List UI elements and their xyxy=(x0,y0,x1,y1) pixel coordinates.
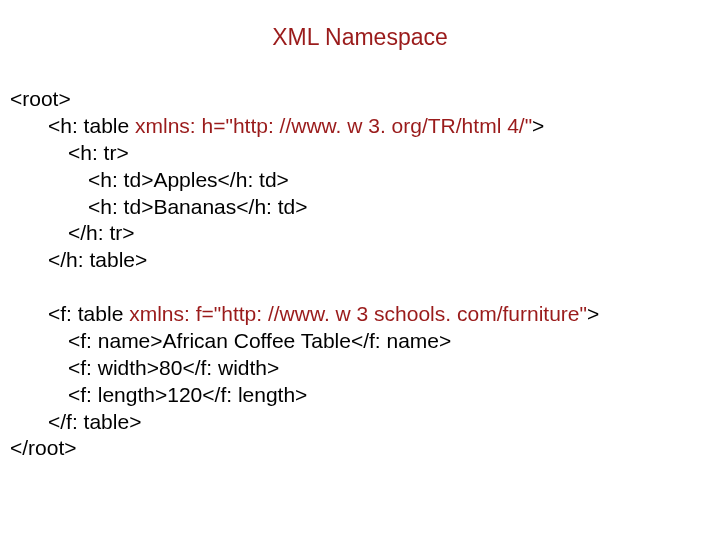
code-attr: xmlns: f="http: //www. w 3 schools. com/… xyxy=(129,302,587,325)
slide-title: XML Namespace xyxy=(0,24,720,51)
code-line: <root> xyxy=(10,87,71,110)
code-line: <h: tr> xyxy=(10,140,129,167)
code-text: <f: table xyxy=(48,302,129,325)
code-text: <h: table xyxy=(48,114,135,137)
code-line: <h: td>Apples</h: td> xyxy=(10,167,289,194)
xml-code-block: <root> <h: table xmlns: h="http: //www. … xyxy=(10,86,700,462)
code-line: </root> xyxy=(10,436,77,459)
code-text: > xyxy=(587,302,599,325)
code-line: <f: name>African Coffee Table</f: name> xyxy=(10,328,451,355)
code-line: <h: td>Bananas</h: td> xyxy=(10,194,308,221)
code-line: </h: table> xyxy=(10,247,147,274)
code-attr: xmlns: h="http: //www. w 3. org/TR/html … xyxy=(135,114,532,137)
code-line: <f: width>80</f: width> xyxy=(10,355,279,382)
code-line: <f: table xmlns: f="http: //www. w 3 sch… xyxy=(10,301,599,328)
code-text: > xyxy=(532,114,544,137)
code-line: </f: table> xyxy=(10,409,141,436)
code-line: <f: length>120</f: length> xyxy=(10,382,307,409)
code-line: </h: tr> xyxy=(10,220,135,247)
slide: XML Namespace <root> <h: table xmlns: h=… xyxy=(0,0,720,540)
code-line: <h: table xmlns: h="http: //www. w 3. or… xyxy=(10,113,544,140)
